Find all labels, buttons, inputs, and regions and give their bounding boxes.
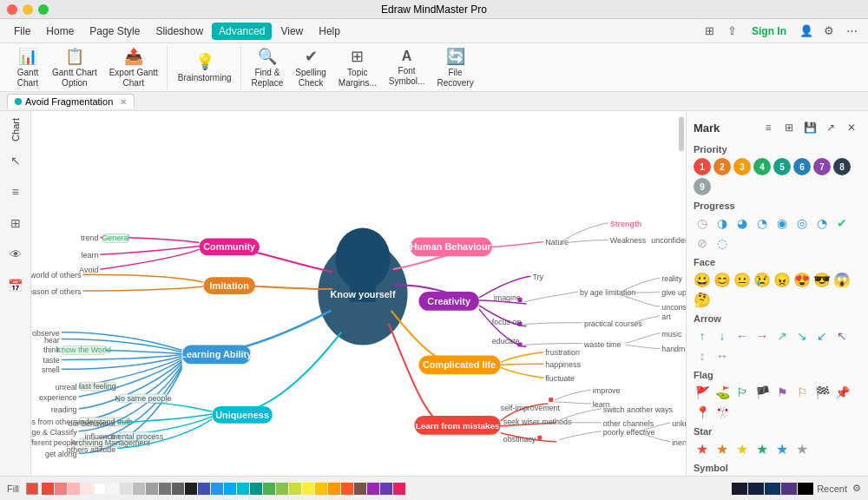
color-swatch-20[interactable] — [289, 483, 301, 495]
more-icon[interactable]: ⋯ — [842, 22, 861, 41]
sidebar-eye-icon[interactable]: 👁 — [3, 242, 28, 266]
face-1[interactable]: 😀 — [694, 271, 711, 288]
menu-view[interactable]: View — [273, 23, 310, 40]
search-icon[interactable]: ⊞ — [700, 22, 719, 41]
face-2[interactable]: 😊 — [713, 271, 731, 288]
color-swatch-2[interactable] — [55, 483, 67, 495]
color-swatch-14[interactable] — [211, 483, 223, 495]
color-swatch-7[interactable] — [120, 483, 132, 495]
priority-9[interactable]: 9 — [694, 178, 711, 195]
color-swatch-21[interactable] — [302, 483, 314, 495]
tab-avoid-fragmentation[interactable]: Avoid Fragmentation ✕ — [7, 94, 135, 109]
color-swatch-11[interactable] — [172, 483, 184, 495]
arrow-up-down[interactable]: ↕ — [694, 347, 711, 365]
flag-10[interactable]: 🎌 — [713, 404, 731, 421]
progress-6[interactable]: ◎ — [793, 214, 811, 232]
color-swatch-19[interactable] — [276, 483, 288, 495]
menu-help[interactable]: Help — [312, 23, 347, 40]
face-3[interactable]: 😐 — [733, 271, 751, 288]
face-8[interactable]: 😱 — [833, 271, 851, 288]
progress-9[interactable]: ⊘ — [694, 234, 711, 252]
priority-1[interactable]: 1 — [694, 158, 711, 175]
arrow-up[interactable]: ↑ — [694, 327, 711, 345]
arrow-down-right[interactable]: ↘ — [793, 327, 811, 345]
color-swatch-28[interactable] — [393, 483, 405, 495]
star-5[interactable]: ★ — [773, 440, 791, 457]
menu-slideshow[interactable]: Slideshow — [148, 23, 210, 40]
arrow-down-left[interactable]: ↙ — [813, 327, 831, 345]
star-2[interactable]: ★ — [713, 440, 731, 457]
find-replace-button[interactable]: 🔍 Find &Replace — [247, 49, 289, 87]
font-symbol-button[interactable]: A FontSymbol... — [384, 49, 431, 87]
color-dark-3[interactable] — [765, 483, 780, 495]
face-7[interactable]: 😎 — [813, 271, 831, 288]
sidebar-grid-icon[interactable]: ⊞ — [3, 211, 28, 235]
flag-1[interactable]: 🚩 — [694, 384, 711, 401]
progress-7[interactable]: ◔ — [813, 214, 831, 232]
arrow-down[interactable]: ↓ — [713, 327, 731, 345]
progress-5[interactable]: ◉ — [773, 214, 791, 232]
gantt-chart-button[interactable]: 📊 GanttChart — [10, 49, 45, 87]
color-swatch-6[interactable] — [107, 483, 119, 495]
flag-8[interactable]: 📌 — [833, 384, 851, 401]
color-swatch-12[interactable] — [185, 483, 197, 495]
face-5[interactable]: 😠 — [773, 271, 791, 288]
topic-margins-button[interactable]: ⊞ TopicMargins... — [333, 49, 382, 87]
flag-9[interactable]: 📍 — [694, 404, 711, 421]
color-swatch-5[interactable] — [94, 483, 106, 495]
file-recovery-button[interactable]: 🔄 FileRecovery — [431, 49, 478, 87]
flag-4[interactable]: 🏴 — [753, 384, 771, 401]
flag-6[interactable]: ⚐ — [793, 384, 811, 401]
flag-7[interactable]: 🏁 — [813, 384, 831, 401]
color-swatch-27[interactable] — [380, 483, 392, 495]
color-swatch-8[interactable] — [133, 483, 145, 495]
settings-icon-bottom[interactable]: ⚙ — [852, 483, 861, 494]
settings-icon[interactable]: ⚙ — [819, 22, 838, 41]
panel-close-icon[interactable]: ✕ — [842, 118, 861, 137]
color-dark-5[interactable] — [798, 483, 813, 495]
color-swatch-18[interactable] — [263, 483, 275, 495]
panel-list-view[interactable]: ≡ — [759, 118, 778, 137]
flag-3[interactable]: 🏳 — [733, 384, 751, 401]
color-swatch-9[interactable] — [146, 483, 158, 495]
arrow-up-right[interactable]: ↗ — [773, 327, 791, 345]
color-swatch-23[interactable] — [328, 483, 340, 495]
color-dark-2[interactable] — [748, 483, 764, 495]
priority-6[interactable]: 6 — [793, 158, 811, 175]
progress-10[interactable]: ◌ — [713, 234, 731, 252]
share-icon[interactable]: ⇧ — [722, 22, 741, 41]
color-dark-4[interactable] — [781, 483, 797, 495]
progress-1[interactable]: ◷ — [694, 214, 711, 232]
gantt-chart-option-button[interactable]: 📋 Gantt ChartOption — [47, 49, 102, 87]
arrow-left[interactable]: ← — [733, 327, 751, 345]
menu-file[interactable]: File — [7, 23, 37, 40]
color-swatch-25[interactable] — [354, 483, 366, 495]
color-swatch-3[interactable] — [68, 483, 80, 495]
priority-2[interactable]: 2 — [713, 158, 731, 175]
priority-8[interactable]: 8 — [833, 158, 851, 175]
color-swatch-13[interactable] — [198, 483, 210, 495]
progress-3[interactable]: ◕ — [733, 214, 751, 232]
sidebar-list-icon[interactable]: ≡ — [3, 180, 28, 204]
close-button[interactable] — [7, 4, 17, 15]
color-swatch-26[interactable] — [367, 483, 379, 495]
menu-page-style[interactable]: Page Style — [82, 23, 147, 40]
maximize-button[interactable] — [38, 4, 49, 15]
color-dark-1[interactable] — [732, 483, 747, 495]
menu-home[interactable]: Home — [39, 23, 81, 40]
menu-advanced[interactable]: Advanced — [212, 23, 272, 40]
canvas-area[interactable]: Know yourself Community trend General le… — [31, 111, 686, 476]
tab-close-icon[interactable]: ✕ — [120, 97, 127, 107]
arrow-right[interactable]: → — [753, 327, 771, 345]
panel-save-icon[interactable]: 💾 — [800, 118, 819, 137]
sidebar-pointer-icon[interactable]: ↖ — [3, 148, 28, 173]
minimize-button[interactable] — [23, 4, 33, 15]
sign-in-button[interactable]: Sign In — [745, 23, 793, 40]
arrow-left-right[interactable]: ↔ — [713, 347, 731, 365]
priority-7[interactable]: 7 — [813, 158, 831, 175]
star-6[interactable]: ★ — [793, 440, 811, 457]
export-gantt-button[interactable]: 📤 Export GanttChart — [104, 49, 163, 87]
face-9[interactable]: 🤔 — [694, 291, 711, 308]
arrow-up-left[interactable]: ↖ — [833, 327, 851, 345]
color-swatch-16[interactable] — [237, 483, 249, 495]
